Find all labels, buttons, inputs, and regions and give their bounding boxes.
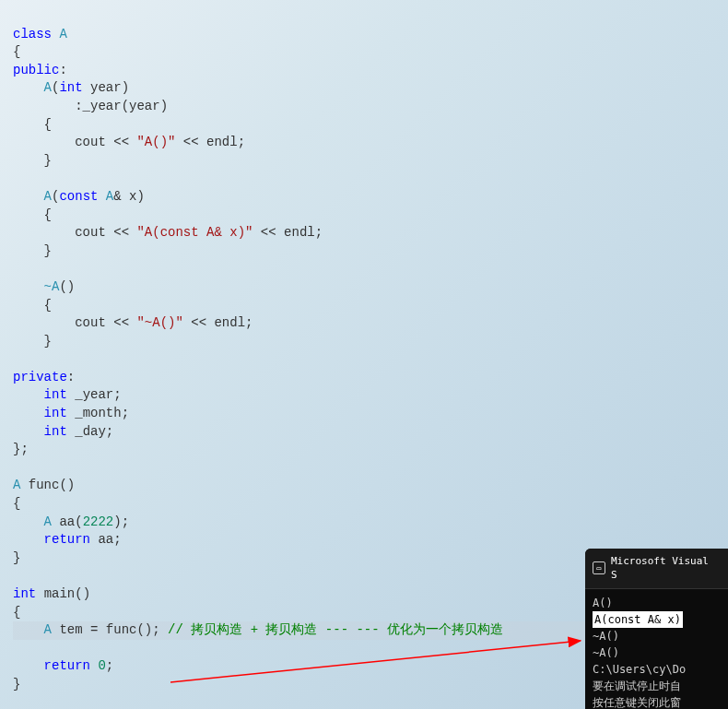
highlighted-line: A tem = func(); // 拷贝构造 + 拷贝构造 --- --- 优… xyxy=(13,621,603,640)
console-line: 要在调试停止时自 xyxy=(593,678,721,694)
code-line: private: xyxy=(13,370,75,384)
code-line: } xyxy=(13,334,52,349)
code-line: cout << "A()" << endl; xyxy=(13,135,245,149)
code-line: } xyxy=(13,677,20,691)
code-line: A aa(2222); xyxy=(13,514,129,529)
code-line: int main() xyxy=(13,586,90,601)
code-line: { xyxy=(13,496,20,511)
code-line: { xyxy=(13,117,52,132)
code-line: return 0; xyxy=(13,658,113,673)
code-line: return aa; xyxy=(13,532,122,547)
code-line: cout << "A(const A& x)" << endl; xyxy=(13,225,323,240)
code-line: cout << "~A()" << endl; xyxy=(13,315,252,330)
code-line xyxy=(13,641,20,656)
console-title-text: Microsoft Visual S xyxy=(611,554,721,583)
code-line: public: xyxy=(13,63,67,77)
code-line: int _year; xyxy=(13,387,122,402)
code-line: }; xyxy=(13,442,29,456)
code-line: } xyxy=(13,153,52,168)
code-line xyxy=(13,460,20,475)
console-line: C:\Users\cy\Do xyxy=(593,661,721,678)
code-line: class A xyxy=(13,27,67,41)
console-line: ~A() xyxy=(593,644,721,661)
console-window[interactable]: ▭ Microsoft Visual S A() A(const A& x) ~… xyxy=(585,549,728,709)
console-line: A(const A& x) xyxy=(593,611,721,628)
code-line: int _month; xyxy=(13,406,129,420)
code-line: { xyxy=(13,298,52,313)
code-line: { xyxy=(13,44,20,59)
code-line: } xyxy=(13,550,20,565)
console-output: A() A(const A& x) ~A() ~A() C:\Users\cy\… xyxy=(585,589,728,709)
code-line xyxy=(13,261,20,276)
code-line: ~A() xyxy=(13,279,75,294)
code-line: } xyxy=(13,243,52,258)
code-line xyxy=(13,351,20,366)
console-line: ~A() xyxy=(593,628,721,644)
code-line xyxy=(13,171,20,185)
code-line: int _day; xyxy=(13,424,113,439)
vs-icon: ▭ xyxy=(593,561,605,574)
code-line: A(int year) xyxy=(13,80,129,95)
console-line: A() xyxy=(593,595,721,611)
console-titlebar[interactable]: ▭ Microsoft Visual S xyxy=(585,549,728,589)
code-line: :_year(year) xyxy=(13,99,168,113)
code-line xyxy=(13,568,20,583)
code-line: A(const A& x) xyxy=(13,189,145,204)
code-line: { xyxy=(13,207,52,222)
console-line: 按任意键关闭此窗 xyxy=(593,694,721,709)
code-line: A func() xyxy=(13,478,75,492)
code-line: { xyxy=(13,605,20,620)
